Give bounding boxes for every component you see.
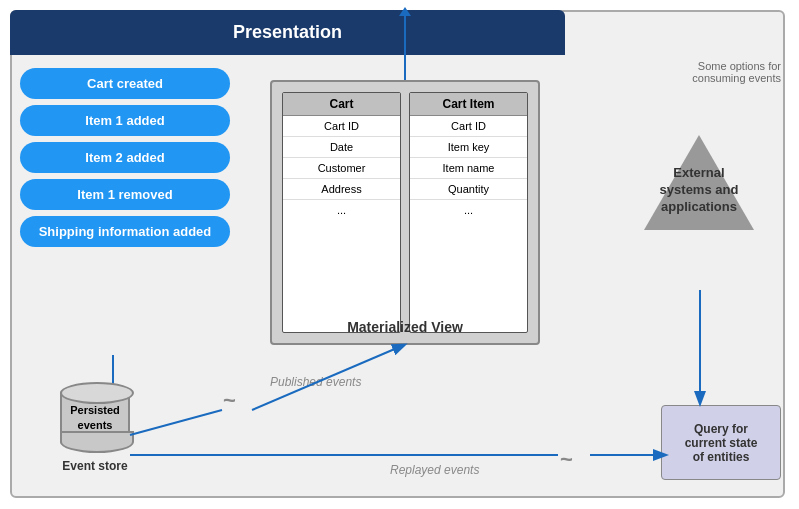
cart-item-row-quantity: Quantity [410,179,527,200]
event-store-cylinder: Persisted events [60,390,130,445]
options-text: Some options for consuming events [641,60,781,84]
cart-item-row-itemname: Item name [410,158,527,179]
presentation-title: Presentation [233,22,342,43]
cart-row-customer: Customer [283,158,400,179]
event-pill-item2-added: Item 2 added [20,142,230,173]
cart-table: Cart Cart ID Date Customer Address ... [282,92,401,333]
external-systems-label: External systems and applications [654,165,744,216]
replayed-events-label: Replayed events [390,463,479,477]
cart-row-address: Address [283,179,400,200]
published-events-label: Published events [270,375,361,389]
query-box: Query for current state of entities [661,405,781,480]
event-pill-item1-added: Item 1 added [20,105,230,136]
cart-item-table-header: Cart Item [410,93,527,116]
tilde-replayed-icon: ~ [560,447,573,473]
event-pill-item1-removed: Item 1 removed [20,179,230,210]
cylinder-label: Persisted events [70,403,120,432]
cart-item-table: Cart Item Cart ID Item key Item name Qua… [409,92,528,333]
cart-item-row-itemkey: Item key [410,137,527,158]
tilde-published-icon: ~ [223,388,236,414]
mv-label: Materialized View [272,319,538,335]
cart-item-row-more: ... [410,200,527,220]
event-list: Cart created Item 1 added Item 2 added I… [10,60,240,255]
cart-row-cartid: Cart ID [283,116,400,137]
event-pill-shipping-added: Shipping information added [20,216,230,247]
event-store-wrapper: Persisted events Event store [60,390,130,473]
diagram-container: Presentation Cart created Item 1 added I… [0,0,799,509]
cart-row-date: Date [283,137,400,158]
cart-item-row-cartid: Cart ID [410,116,527,137]
external-systems-wrapper: External systems and applications [644,135,754,230]
cart-row-more: ... [283,200,400,220]
query-box-label: Query for current state of entities [685,422,758,464]
mv-box: Cart Cart ID Date Customer Address ... C… [270,80,540,345]
event-store-label: Event store [62,459,127,473]
event-pill-cart-created: Cart created [20,68,230,99]
arrow-up-mv [404,15,406,80]
presentation-header: Presentation [10,10,565,55]
cart-table-header: Cart [283,93,400,116]
